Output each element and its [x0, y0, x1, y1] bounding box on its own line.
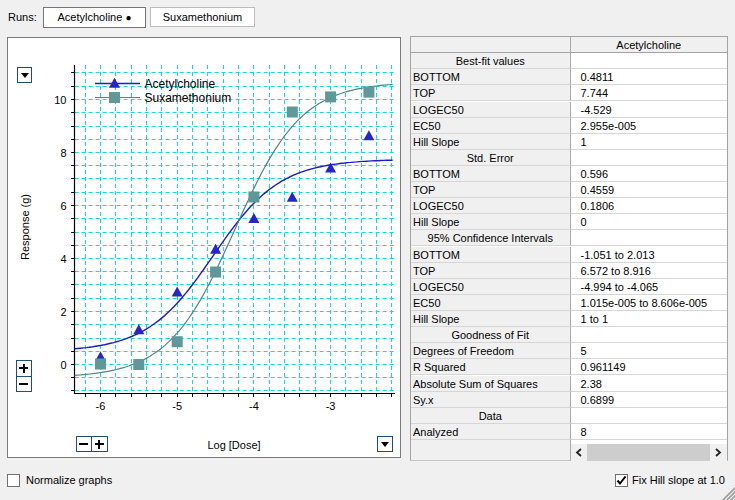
- svg-text:Suxamethonium: Suxamethonium: [145, 91, 232, 105]
- svg-text:6: 6: [60, 200, 66, 212]
- svg-text:Log [Dose]: Log [Dose]: [207, 439, 260, 451]
- svg-text:-3: -3: [326, 400, 336, 412]
- svg-text:4: 4: [60, 253, 66, 265]
- svg-text:10: 10: [54, 94, 66, 106]
- svg-text:-4: -4: [249, 400, 259, 412]
- svg-text:-6: -6: [96, 400, 106, 412]
- svg-text:Acetylcholine: Acetylcholine: [145, 77, 216, 91]
- svg-text:-5: -5: [172, 400, 182, 412]
- svg-text:2: 2: [60, 306, 66, 318]
- svg-text:Response (g): Response (g): [19, 194, 31, 260]
- svg-text:0: 0: [60, 359, 66, 371]
- svg-text:8: 8: [60, 147, 66, 159]
